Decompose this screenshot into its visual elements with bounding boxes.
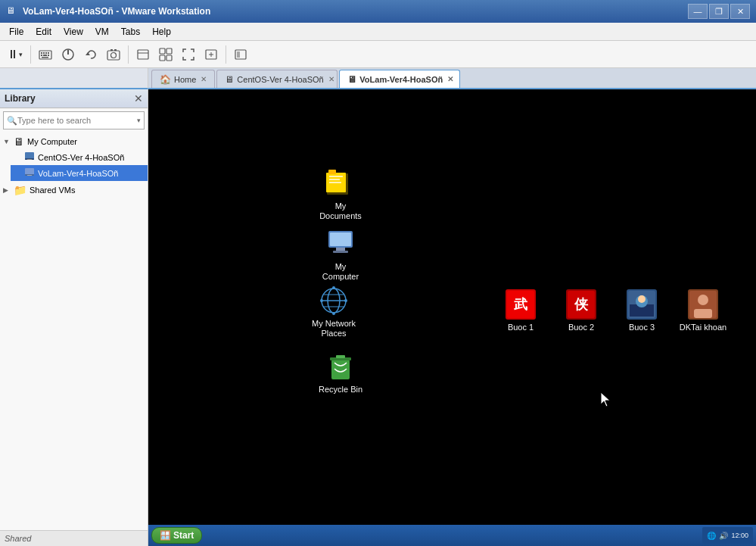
svg-rect-18 (160, 48, 165, 54)
tree-item-my-computer[interactable]: ▼ 🖥 My Computer (0, 134, 148, 149)
restore-button[interactable]: ❐ (709, 4, 729, 19)
window-title: VoLam-Ver4-HoaSOñ - VMware Workstation (23, 6, 688, 17)
tab-home[interactable]: 🏠 Home ✕ (151, 70, 215, 88)
toolbar: ⏸ ▾ (0, 41, 756, 68)
vm-taskbar: 🪟 Start 🌐 🔊 12:00 (148, 525, 756, 546)
tab-home-close[interactable]: ✕ (201, 75, 207, 83)
tab-centos[interactable]: 🖥 CentOS-Ver 4-HoaSOñ ✕ (216, 70, 338, 88)
library-close-button[interactable]: ✕ (134, 92, 143, 105)
svg-rect-2 (43, 52, 45, 54)
desktop-icon-my-network-places[interactable]: My Network Places (306, 282, 361, 342)
svg-point-48 (332, 286, 335, 289)
tab-bar: 🏠 Home ✕ 🖥 CentOS-Ver 4-HoaSOñ ✕ 🖥 VoLam… (148, 68, 756, 89)
unity-icon (159, 48, 173, 61)
svg-rect-38 (329, 182, 341, 183)
tab-centos-close[interactable]: ✕ (328, 75, 334, 83)
snapshot-icon (107, 48, 120, 61)
tree-item-centos[interactable]: CentOS-Ver 4-HoaSOñ (11, 149, 148, 165)
app-icon: 🖥 (6, 5, 18, 17)
start-button[interactable]: 🪟 Start (151, 527, 202, 544)
vm-desktop[interactable]: My Documents My Computer (148, 89, 756, 546)
svg-text:侠: 侠 (574, 297, 589, 312)
centos-tab-icon: 🖥 (225, 74, 234, 85)
tab-volam[interactable]: 🖥 VoLam-Ver4-HoaSOñ ✕ (339, 70, 460, 88)
search-box[interactable]: 🔍 ▾ (3, 111, 145, 129)
fit-window-button[interactable] (132, 44, 154, 65)
toolbar-separator-1 (30, 45, 31, 64)
menu-vm[interactable]: VM (89, 23, 115, 40)
centos-label: CentOS-Ver 4-HoaSOñ (38, 153, 124, 162)
menu-tabs[interactable]: Tabs (115, 23, 146, 40)
svg-rect-16 (138, 50, 148, 59)
menu-help[interactable]: Help (146, 23, 177, 40)
menu-edit[interactable]: Edit (30, 23, 58, 40)
search-dropdown-arrow[interactable]: ▾ (137, 117, 141, 124)
pause-icon: ⏸ (7, 48, 19, 61)
search-icon: 🔍 (7, 116, 17, 126)
snapshot-button[interactable] (103, 44, 124, 65)
my-computer-icon: 🖥 (14, 136, 24, 148)
desktop-icon-recycle-bin[interactable]: Recycle Bin (313, 348, 368, 398)
recycle-bin-label: Recycle Bin (319, 385, 362, 395)
svg-rect-27 (25, 152, 34, 159)
tree-item-shared-vms[interactable]: ▶ 📁 Shared VMs (0, 183, 148, 198)
svg-rect-15 (114, 49, 117, 51)
tray-icon-volume: 🔊 (719, 532, 728, 540)
desktop-icon-buoc3[interactable]: Buoc 3 (614, 286, 669, 335)
svg-text:武: 武 (514, 297, 528, 312)
autofit-button[interactable] (201, 44, 222, 65)
my-computer-label: My Computer (27, 137, 77, 146)
desktop-icon-my-computer[interactable]: My Computer (313, 226, 368, 285)
close-button[interactable]: ✕ (730, 4, 750, 19)
menu-bar: File Edit View VM Tabs Help (0, 23, 756, 41)
svg-rect-32 (27, 175, 32, 176)
buoc1-icon: 武 (506, 289, 536, 320)
pause-resume-button[interactable]: ⏸ ▾ (3, 44, 26, 65)
volam-icon (24, 167, 35, 179)
revert-button[interactable] (80, 44, 101, 65)
home-tab-icon: 🏠 (160, 74, 171, 85)
my-computer-label: My Computer (316, 262, 365, 282)
power-icon (61, 48, 75, 61)
svg-point-68 (698, 295, 708, 305)
my-documents-icon (325, 168, 356, 198)
tree-item-volam[interactable]: VoLam-Ver4-HoaSOñ (11, 165, 148, 181)
svg-rect-8 (42, 57, 48, 58)
buoc1-label: Buoc 1 (508, 323, 534, 332)
buoc3-label: Buoc 3 (629, 323, 655, 332)
my-network-places-label: My Network Places (310, 319, 358, 339)
menu-file[interactable]: File (3, 23, 30, 40)
svg-point-65 (638, 295, 646, 303)
shared-vms-label: Shared VMs (30, 186, 76, 195)
window-controls: — ❐ ✕ (688, 4, 750, 19)
desktop-icon-dktaikhoan[interactable]: DKTai khoan (676, 286, 730, 335)
svg-rect-30 (25, 168, 34, 175)
svg-rect-12 (107, 51, 120, 60)
send-ctrl-alt-del-button[interactable] (35, 44, 56, 65)
svg-rect-21 (166, 55, 172, 61)
fullscreen-button[interactable] (178, 44, 199, 65)
library-title: Library (5, 93, 36, 104)
desktop-icon-buoc2[interactable]: 侠 Buoc 2 (554, 286, 608, 335)
svg-rect-29 (27, 159, 32, 160)
toolbar-separator-3 (226, 45, 226, 64)
unity-button[interactable] (155, 44, 176, 65)
fit-window-icon (136, 48, 150, 61)
dktaikhoan-icon (688, 289, 718, 320)
minimize-button[interactable]: — (688, 4, 708, 19)
svg-marker-11 (86, 52, 90, 55)
tab-volam-close[interactable]: ✕ (447, 75, 453, 83)
my-computer-icon-img (325, 229, 356, 259)
svg-rect-20 (160, 55, 165, 61)
centos-icon (24, 151, 35, 164)
view-mode-button[interactable] (230, 44, 251, 65)
menu-view[interactable]: View (58, 23, 89, 40)
svg-rect-6 (43, 55, 47, 56)
search-input[interactable] (17, 116, 137, 125)
power-button[interactable] (58, 44, 79, 65)
desktop-icon-my-documents[interactable]: My Documents (313, 165, 368, 224)
shared-vms-icon: 📁 (14, 184, 26, 196)
svg-rect-69 (694, 309, 712, 318)
svg-rect-3 (45, 52, 47, 54)
desktop-icon-buoc1[interactable]: 武 Buoc 1 (493, 286, 548, 335)
